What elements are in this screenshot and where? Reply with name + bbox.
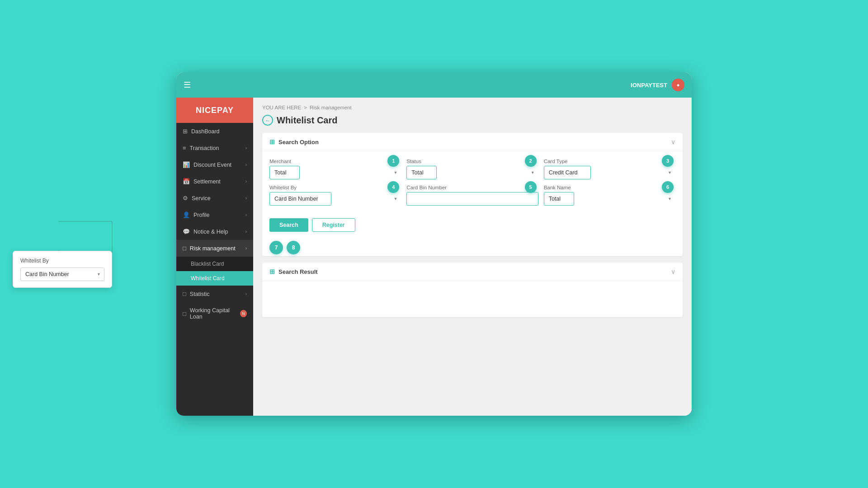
tooltip-title: Whitelist By	[20, 258, 104, 264]
card-bin-form-group: Card Bin Number	[406, 185, 538, 206]
chevron-icon: ›	[245, 291, 247, 296]
sidebar-item-label: Statistic	[190, 291, 210, 297]
sidebar-item-label: Profile	[193, 212, 209, 218]
transaction-icon: ≡	[183, 145, 186, 151]
dashboard-icon: ⊞	[183, 128, 188, 135]
status-label: Status	[406, 159, 538, 164]
step-badge-5: 5	[525, 181, 537, 193]
sidebar-sub-blacklist-card[interactable]: Blacklist Card	[176, 257, 253, 271]
discount-icon: 📊	[183, 161, 190, 168]
page-title: ← Whitelist Card	[262, 115, 683, 126]
sidebar-item-settlement[interactable]: 📅 Settlement ›	[176, 173, 253, 190]
sidebar-item-label: Settlement	[193, 178, 221, 185]
breadcrumb-home: YOU ARE HERE	[262, 105, 301, 110]
sidebar: NICEPAY ⊞ DashBoard ≡ Transaction › 📊 Di…	[176, 98, 253, 416]
breadcrumb: YOU ARE HERE > Risk management	[262, 105, 683, 110]
search-option-panel: ⊞ Search Option ∨ Merchant	[262, 133, 683, 256]
bank-name-field-wrapper: Bank Name Total 6	[544, 185, 675, 206]
chevron-icon: ›	[245, 229, 247, 234]
status-form-group: Status Total	[406, 159, 538, 179]
top-bar-right: IONPAYTEST ●	[631, 79, 684, 91]
step-badge-6: 6	[662, 181, 674, 193]
chevron-icon: ›	[245, 145, 247, 150]
search-result-body	[262, 281, 683, 317]
card-bin-field-wrapper: Card Bin Number 5	[406, 185, 538, 206]
breadcrumb-separator: >	[304, 105, 307, 110]
service-icon: ⚙	[183, 195, 188, 202]
bank-name-form-group: Bank Name Total	[544, 185, 675, 206]
sidebar-item-label: Transaction	[190, 145, 219, 151]
hamburger-icon[interactable]: ☰	[184, 80, 191, 90]
sidebar-item-discount-event[interactable]: 📊 Discount Event ›	[176, 156, 253, 173]
whitelist-by-field-wrapper: Whitelist By Card Bin Number Card Number…	[269, 185, 401, 206]
chevron-icon: ›	[245, 162, 247, 167]
content-area: YOU ARE HERE > Risk management ← Whiteli…	[253, 98, 692, 416]
sidebar-item-notice-help[interactable]: 💬 Notice & Help ›	[176, 223, 253, 240]
card-type-form-group: Card Type Credit Card	[544, 159, 675, 179]
back-button[interactable]: ←	[262, 115, 273, 126]
sidebar-item-service[interactable]: ⚙ Service ›	[176, 190, 253, 206]
card-type-field-wrapper: Card Type Credit Card 3	[544, 159, 675, 179]
sidebar-item-statistic[interactable]: □ Statistic ›	[176, 286, 253, 302]
merchant-form-group: Merchant Total	[269, 159, 401, 179]
status-select[interactable]: Total	[406, 166, 437, 179]
statistic-icon: □	[183, 291, 186, 297]
chevron-icon: ›	[245, 212, 247, 217]
search-option-icon: ⊞	[269, 138, 275, 145]
card-type-select-wrapper: Credit Card	[544, 166, 675, 179]
loan-icon: □	[183, 310, 186, 317]
sidebar-item-label: Service	[192, 195, 211, 202]
username-label: IONPAYTEST	[631, 82, 667, 89]
sidebar-item-profile[interactable]: 👤 Profile ›	[176, 206, 253, 223]
sidebar-item-risk-management[interactable]: □ Risk management ›	[176, 240, 253, 257]
step-badge-2: 2	[525, 155, 537, 167]
merchant-select-wrapper: Total	[269, 166, 401, 179]
result-toggle[interactable]: ∨	[671, 268, 675, 275]
merchant-select[interactable]: Total	[269, 166, 300, 179]
sidebar-logo: NICEPAY	[176, 98, 253, 123]
search-option-body: Merchant Total 1	[262, 151, 683, 213]
card-type-select[interactable]: Credit Card	[544, 166, 591, 179]
register-button[interactable]: Register	[312, 218, 355, 232]
status-select-wrapper: Total	[406, 166, 538, 179]
whitelist-by-label: Whitelist By	[269, 185, 401, 190]
card-bin-input[interactable]	[406, 192, 538, 206]
card-bin-label: Card Bin Number	[406, 185, 538, 190]
chevron-icon: ›	[245, 179, 247, 184]
whitelist-by-form-group: Whitelist By Card Bin Number Card Number	[269, 185, 401, 206]
tooltip-select[interactable]: Card Bin Number Card Number	[20, 267, 104, 281]
bank-name-select-wrapper: Total	[544, 192, 675, 206]
whitelist-by-select[interactable]: Card Bin Number Card Number	[269, 192, 331, 206]
loan-badge: N	[240, 310, 247, 317]
sidebar-item-label: DashBoard	[191, 128, 220, 135]
search-result-title: ⊞ Search Result	[269, 268, 318, 275]
profile-icon: 👤	[183, 211, 190, 218]
search-button[interactable]: Search	[269, 218, 308, 232]
merchant-field-wrapper: Merchant Total 1	[269, 159, 401, 179]
breadcrumb-current: Risk management	[310, 105, 352, 110]
result-icon: ⊞	[269, 268, 275, 275]
tooltip-popup: Whitelist By Card Bin Number Card Number	[13, 251, 112, 288]
sidebar-item-dashboard[interactable]: ⊞ DashBoard	[176, 123, 253, 140]
chevron-icon: ›	[245, 196, 247, 201]
step-badge-3: 3	[662, 155, 674, 167]
search-option-title: ⊞ Search Option	[269, 138, 319, 145]
badge-7: 7	[269, 241, 283, 254]
sidebar-item-working-capital-loan[interactable]: □ Working Capital Loan N	[176, 302, 253, 325]
bank-name-select[interactable]: Total	[544, 192, 574, 206]
tooltip-select-wrapper: Card Bin Number Card Number	[20, 267, 104, 281]
sidebar-sub-whitelist-card[interactable]: Whitelist Card	[176, 271, 253, 286]
page-title-text: Whitelist Card	[277, 115, 337, 126]
sidebar-item-label: Notice & Help	[193, 229, 228, 235]
notice-icon: 💬	[183, 228, 190, 235]
merchant-label: Merchant	[269, 159, 401, 164]
avatar[interactable]: ●	[672, 79, 684, 91]
top-bar: ☰ IONPAYTEST ●	[176, 72, 692, 98]
chevron-icon: ›	[245, 246, 247, 251]
badge-row: 7 8	[262, 237, 683, 256]
whitelist-by-select-wrapper: Card Bin Number Card Number	[269, 192, 401, 206]
search-option-toggle[interactable]: ∨	[671, 138, 675, 145]
sidebar-item-transaction[interactable]: ≡ Transaction ›	[176, 140, 253, 156]
search-result-panel: ⊞ Search Result ∨	[262, 263, 683, 317]
button-row: Search Register	[262, 215, 683, 237]
